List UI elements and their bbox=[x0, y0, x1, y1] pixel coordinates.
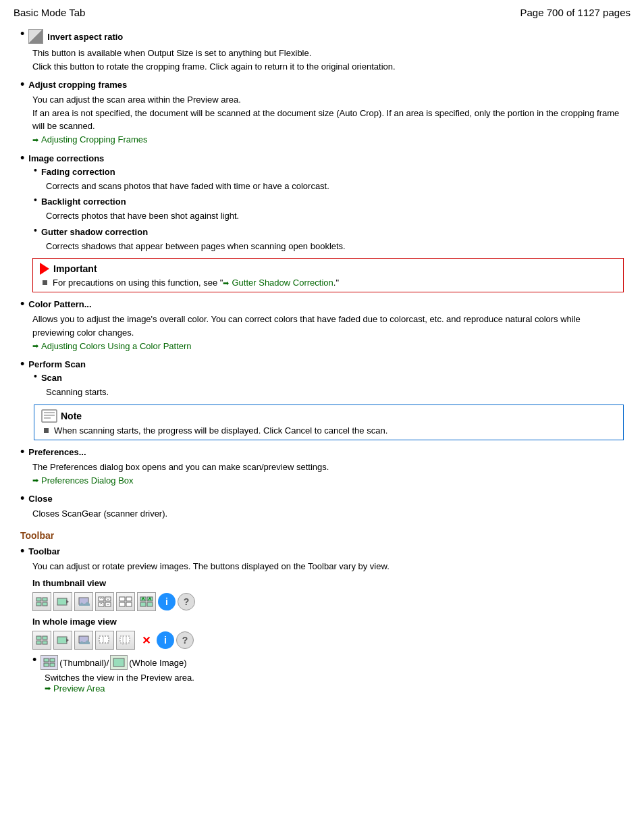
adjust-crop-desc: You can adjust the scan area within the … bbox=[32, 93, 624, 147]
bullet-dot: • bbox=[20, 358, 24, 370]
invert-desc1: This button is available when Output Siz… bbox=[32, 48, 311, 58]
adjust-crop-desc2: If an area is not specified, the documen… bbox=[32, 108, 619, 132]
invert-aspect-ratio-section: • Invert aspect ratio This button is ava… bbox=[20, 29, 624, 73]
invert-desc2: Click this button to rotate the cropping… bbox=[32, 61, 396, 72]
bullet-dot: • bbox=[20, 492, 24, 504]
svg-rect-4 bbox=[36, 598, 41, 601]
svg-rect-24 bbox=[36, 636, 41, 640]
tb-btn-info2[interactable]: i bbox=[157, 631, 174, 649]
adjust-crop-section: • Adjust cropping frames You can adjust … bbox=[20, 80, 624, 147]
tb-btn-6[interactable] bbox=[137, 592, 156, 611]
tb-btn-w3[interactable] bbox=[74, 631, 93, 650]
important-item: For precautions on using this function, … bbox=[43, 278, 616, 288]
page-number: Page 700 of 1127 pages bbox=[520, 7, 630, 18]
bullet-dot: • bbox=[20, 28, 24, 40]
svg-rect-27 bbox=[43, 641, 47, 644]
bullet-dot: • bbox=[20, 545, 24, 557]
perform-scan-label: Perform Scan bbox=[28, 359, 86, 369]
whole-image-view-heading: In whole image view bbox=[32, 617, 624, 627]
thumb-label: (Thumbnail)/ bbox=[59, 658, 109, 668]
preferences-dialog-link[interactable]: Preferences Dialog Box bbox=[32, 474, 134, 488]
bullet-dot: • bbox=[20, 152, 24, 164]
color-pattern-label: Color Pattern... bbox=[28, 299, 91, 309]
important-title: Important bbox=[53, 263, 97, 274]
thumbnail-icon bbox=[41, 655, 58, 670]
invert-desc: This button is available when Output Siz… bbox=[32, 47, 624, 73]
bullet-dot: • bbox=[20, 298, 24, 310]
color-pattern-desc1: Allows you to adjust the image's overall… bbox=[32, 314, 581, 338]
scan-desc: Scanning starts. bbox=[46, 386, 624, 399]
image-corrections-list: • Fading correction Corrects and scans p… bbox=[34, 167, 624, 253]
tb-btn-3[interactable] bbox=[74, 592, 93, 611]
tb-btn-5[interactable] bbox=[116, 592, 135, 611]
gutter-label: Gutter shadow correction bbox=[41, 227, 148, 237]
important-text: For precautions on using this function, … bbox=[53, 278, 339, 288]
note-header: Note bbox=[41, 409, 616, 423]
sub-bullet: • bbox=[34, 195, 37, 205]
svg-rect-22 bbox=[140, 602, 146, 606]
fading-item: • Fading correction Corrects and scans p… bbox=[34, 167, 624, 193]
thumb-whole-icons: (Thumbnail)/ (Whole Image) bbox=[41, 655, 186, 670]
thumb-whole-desc: Switches the view in the Preview area. P… bbox=[45, 673, 624, 694]
bullet-dot: • bbox=[32, 654, 36, 666]
whole-image-toolbar-buttons: ✕ i ? bbox=[32, 631, 624, 650]
fading-label: Fading correction bbox=[41, 167, 115, 177]
page-header: Basic Mode Tab Page 700 of 1127 pages bbox=[0, 0, 644, 24]
thumbnail-toolbar-buttons: i ? bbox=[32, 592, 624, 611]
tb-btn-1[interactable] bbox=[32, 592, 51, 611]
sub-bullet: • bbox=[34, 371, 37, 381]
tb-btn-w5[interactable] bbox=[116, 631, 135, 650]
toolbar-label: Toolbar bbox=[28, 546, 60, 556]
toolbar-section-heading: Toolbar bbox=[20, 530, 624, 541]
invert-label: Invert aspect ratio bbox=[47, 32, 123, 42]
tb-btn-2[interactable] bbox=[53, 592, 72, 611]
color-pattern-desc: Allows you to adjust the image's overall… bbox=[32, 313, 624, 353]
bullet-dot: • bbox=[20, 446, 24, 458]
adjusting-cropping-frames-link[interactable]: Adjusting Cropping Frames bbox=[32, 133, 148, 147]
svg-rect-39 bbox=[44, 663, 49, 667]
preferences-desc-text: The Preferences dialog box opens and you… bbox=[32, 462, 329, 472]
toolbar-item: • Toolbar You can adjust or rotate previ… bbox=[20, 546, 624, 573]
adjusting-colors-link[interactable]: Adjusting Colors Using a Color Pattern bbox=[32, 340, 192, 353]
gutter-desc: Corrects shadows that appear between pag… bbox=[46, 240, 624, 253]
svg-rect-6 bbox=[36, 602, 41, 606]
note-box: Note When scanning starts, the progress … bbox=[34, 405, 624, 440]
svg-rect-28 bbox=[57, 637, 67, 644]
adjust-crop-label: Adjust cropping frames bbox=[28, 80, 127, 90]
tb-btn-info[interactable]: i bbox=[158, 593, 176, 610]
svg-rect-41 bbox=[113, 658, 124, 667]
toolbar-section: Toolbar • Toolbar You can adjust or rota… bbox=[20, 530, 624, 694]
svg-rect-34 bbox=[120, 636, 130, 643]
svg-rect-37 bbox=[44, 658, 49, 662]
tb-btn-w1[interactable] bbox=[32, 631, 51, 650]
svg-rect-0 bbox=[42, 410, 57, 422]
tb-btn-4[interactable] bbox=[95, 592, 114, 611]
svg-rect-8 bbox=[57, 598, 67, 605]
note-item: When scanning starts, the progress will … bbox=[44, 425, 616, 436]
svg-rect-40 bbox=[50, 663, 55, 667]
tb-btn-x[interactable]: ✕ bbox=[137, 631, 155, 649]
preferences-desc: The Preferences dialog box opens and you… bbox=[32, 461, 624, 488]
preferences-section: • Preferences... The Preferences dialog … bbox=[20, 447, 624, 488]
backlight-label: Backlight correction bbox=[41, 197, 126, 207]
scan-label: Scan bbox=[41, 373, 62, 383]
important-triangle-icon bbox=[40, 263, 49, 275]
svg-rect-13 bbox=[105, 597, 111, 601]
close-section: • Close Closes ScanGear (scanner driver)… bbox=[20, 494, 624, 521]
small-square-icon bbox=[43, 280, 47, 285]
tb-btn-w2[interactable] bbox=[53, 631, 72, 650]
svg-rect-38 bbox=[50, 658, 55, 662]
preview-area-link[interactable]: Preview Area bbox=[45, 683, 105, 694]
tb-btn-w4[interactable] bbox=[95, 631, 114, 650]
perform-scan-section: • Perform Scan • Scan Scanning starts. bbox=[20, 359, 624, 440]
gutter-shadow-link[interactable]: Gutter Shadow Correction bbox=[223, 278, 333, 288]
whole-image-icon bbox=[110, 655, 128, 670]
svg-rect-25 bbox=[43, 636, 47, 640]
main-content: • Invert aspect ratio This button is ava… bbox=[0, 24, 644, 707]
svg-rect-15 bbox=[105, 602, 111, 606]
note-text: When scanning starts, the progress will … bbox=[54, 425, 387, 436]
note-icon bbox=[41, 409, 57, 423]
tb-btn-help2[interactable]: ? bbox=[176, 631, 194, 649]
tb-btn-help[interactable]: ? bbox=[178, 593, 195, 610]
page-title: Basic Mode Tab bbox=[14, 7, 85, 18]
